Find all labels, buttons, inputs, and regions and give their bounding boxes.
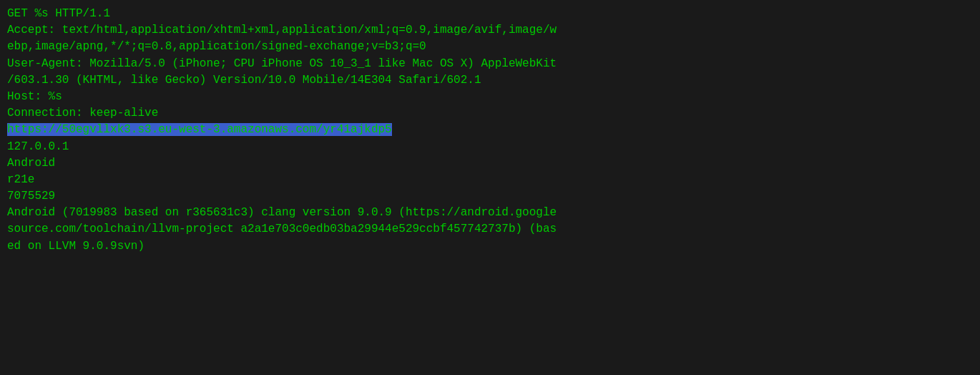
terminal-window: GET %s HTTP/1.1Accept: text/html,applica… [0, 0, 980, 375]
terminal-line-3: ebp,image/apng,*/*;q=0.8,application/sig… [7, 39, 973, 55]
terminal-line-15: ed on LLVM 9.0.9svn) [7, 238, 973, 255]
terminal-line-4: User-Agent: Mozilla/5.0 (iPhone; CPU iPh… [7, 56, 973, 72]
terminal-line-5: /603.1.30 (KHTML, like Gecko) Version/10… [7, 72, 973, 89]
terminal-line-6: Host: %s [7, 89, 973, 105]
terminal-line-9: 127.0.0.1 [7, 139, 973, 155]
terminal-line-12: 7075529 [7, 188, 973, 205]
terminal-line-13: Android (7019983 based on r365631c3) cla… [7, 205, 973, 221]
terminal-line-8: https://50egvllxk3.s3.eu-west-3.amazonaw… [7, 122, 973, 138]
terminal-line-7: Connection: keep-alive [7, 105, 973, 122]
terminal-line-1: GET %s HTTP/1.1 [7, 6, 973, 22]
terminal-line-2: Accept: text/html,application/xhtml+xml,… [7, 22, 973, 39]
terminal-line-11: r21e [7, 172, 973, 188]
terminal-line-10: Android [7, 155, 973, 172]
terminal-line-14: source.com/toolchain/llvm-project a2a1e7… [7, 221, 973, 238]
